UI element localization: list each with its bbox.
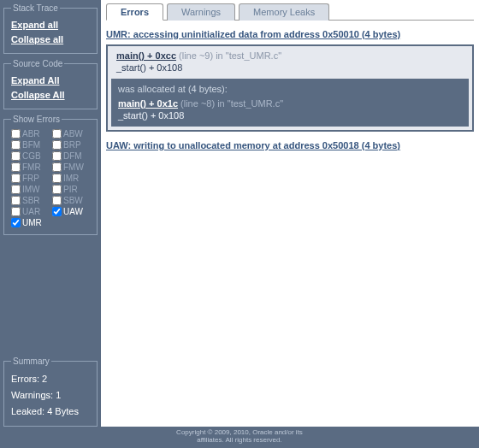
- expand-all-source[interactable]: Expand All: [11, 74, 90, 88]
- error-filter-checkbox-abw[interactable]: [52, 129, 62, 139]
- show-errors-panel: Show Errors ABRABWBFMBRPCGBDFMFMRFMWFRPI…: [3, 115, 98, 235]
- expand-all-stack[interactable]: Expand all: [11, 18, 90, 32]
- error-filter-label: IMR: [63, 174, 79, 183]
- footer: Copyright © 2009, 2010, Oracle and/or it…: [0, 427, 479, 448]
- error-filter-uar[interactable]: UAR: [11, 207, 49, 216]
- content-area: Errors Warnings Memory Leaks UMR: access…: [101, 0, 479, 427]
- summary-warnings: Warnings: 1: [11, 387, 90, 404]
- alloc-line: main() + 0x1c (line ~8) in "test_UMR.c": [116, 97, 464, 109]
- allocation-title: was allocated at (4 bytes):: [116, 82, 464, 97]
- error-filter-label: PIR: [63, 185, 78, 194]
- tab-bar: Errors Warnings Memory Leaks: [106, 0, 474, 21]
- error-filter-checkbox-imw[interactable]: [11, 185, 21, 194]
- source-code-legend: Source Code: [11, 59, 64, 68]
- error-filter-label: CGB: [22, 151, 41, 161]
- error-filter-checkbox-imr[interactable]: [52, 174, 62, 183]
- error-filter-checkbox-fmr[interactable]: [11, 162, 21, 172]
- collapse-all-source[interactable]: Collapse All: [11, 88, 90, 103]
- error-filter-label: FMW: [63, 162, 84, 172]
- error-filter-checkbox-uar[interactable]: [11, 207, 21, 216]
- trace-frame-link[interactable]: main() + 0xcc: [116, 50, 176, 61]
- error-filter-fmr[interactable]: FMR: [11, 162, 49, 172]
- error-filter-imw[interactable]: IMW: [11, 185, 49, 194]
- error-filter-label: ABR: [22, 129, 40, 139]
- error-filter-label: ABW: [63, 129, 83, 139]
- error-entry-umr: UMR: accessing uninitialized data from a…: [106, 29, 474, 132]
- alloc-line: _start() + 0x108: [116, 109, 464, 121]
- error-filter-checkbox-frp[interactable]: [11, 174, 21, 183]
- summary-errors: Errors: 2: [11, 371, 90, 387]
- sidebar: Stack Trace Expand all Collapse all Sour…: [0, 0, 101, 427]
- error-filter-frp[interactable]: FRP: [11, 174, 49, 183]
- trace-box-umr: main() + 0xcc (line ~9) in "test_UMR.c" …: [106, 44, 474, 132]
- error-filter-checkbox-pir[interactable]: [52, 185, 62, 194]
- error-filter-pir[interactable]: PIR: [52, 185, 90, 194]
- error-filter-label: FMR: [22, 162, 41, 172]
- trace-frame-source: (line ~9) in "test_UMR.c": [176, 50, 281, 61]
- error-filter-checkbox-brp[interactable]: [52, 140, 62, 150]
- error-filter-label: DFM: [63, 151, 82, 161]
- error-filter-checkbox-sbw[interactable]: [52, 196, 62, 205]
- error-filter-checkbox-abr[interactable]: [11, 129, 21, 139]
- trace-line: _start() + 0x108: [111, 62, 469, 74]
- trace-frame-text: _start() + 0x108: [116, 62, 182, 73]
- alloc-frame-link[interactable]: main() + 0x1c: [118, 98, 178, 109]
- error-filter-checkbox-dfm[interactable]: [52, 151, 62, 161]
- summary-leaked: Leaked: 4 Bytes: [11, 404, 90, 420]
- stack-trace-legend: Stack Trace: [11, 3, 60, 13]
- error-filter-checkbox-umr[interactable]: [11, 218, 21, 227]
- error-filter-fmw[interactable]: FMW: [52, 162, 90, 172]
- error-filter-label: UMR: [22, 218, 42, 227]
- error-filter-imr[interactable]: IMR: [52, 174, 90, 183]
- error-header-link-umr[interactable]: UMR: accessing uninitialized data from a…: [106, 29, 400, 39]
- error-filter-label: IMW: [22, 185, 40, 194]
- error-filter-brp[interactable]: BRP: [52, 140, 90, 150]
- summary-panel: Summary Errors: 2 Warnings: 1 Leaked: 4 …: [3, 357, 98, 427]
- error-filter-checkbox-uaw[interactable]: [52, 207, 62, 216]
- error-filter-label: SBR: [22, 196, 40, 205]
- alloc-frame-text: _start() + 0x108: [118, 110, 184, 121]
- collapse-all-stack[interactable]: Collapse all: [11, 32, 90, 47]
- error-filter-uaw[interactable]: UAW: [52, 207, 90, 216]
- alloc-frame-source: (line ~8) in "test_UMR.c": [178, 98, 283, 109]
- footer-line2: affiliates. All rights reserved.: [3, 437, 476, 445]
- error-filter-label: UAR: [22, 207, 40, 216]
- error-filter-abr[interactable]: ABR: [11, 129, 49, 139]
- error-filter-dfm[interactable]: DFM: [52, 151, 90, 161]
- error-filter-grid: ABRABWBFMBRPCGBDFMFMRFMWFRPIMRIMWPIRSBRS…: [11, 129, 90, 227]
- error-filter-umr[interactable]: UMR: [11, 218, 49, 227]
- error-filter-checkbox-cgb[interactable]: [11, 151, 21, 161]
- source-code-panel: Source Code Expand All Collapse All: [3, 59, 98, 109]
- summary-legend: Summary: [11, 357, 51, 366]
- error-filter-label: SBW: [63, 196, 83, 205]
- error-filter-sbr[interactable]: SBR: [11, 196, 49, 205]
- error-filter-checkbox-bfm[interactable]: [11, 140, 21, 150]
- error-filter-bfm[interactable]: BFM: [11, 140, 49, 150]
- error-filter-abw[interactable]: ABW: [52, 129, 90, 139]
- error-filter-label: BRP: [63, 140, 81, 150]
- tab-memory-leaks[interactable]: Memory Leaks: [239, 3, 329, 21]
- allocation-box: was allocated at (4 bytes): main() + 0x1…: [111, 79, 469, 127]
- error-filter-label: UAW: [63, 207, 83, 216]
- trace-line: main() + 0xcc (line ~9) in "test_UMR.c": [111, 50, 469, 62]
- tab-warnings[interactable]: Warnings: [167, 3, 235, 21]
- error-filter-sbw[interactable]: SBW: [52, 196, 90, 205]
- error-filter-label: BFM: [22, 140, 40, 150]
- error-filter-checkbox-fmw[interactable]: [52, 162, 62, 172]
- error-header-link-uaw[interactable]: UAW: writing to unallocated memory at ad…: [106, 140, 400, 150]
- tab-errors[interactable]: Errors: [106, 3, 163, 21]
- error-filter-cgb[interactable]: CGB: [11, 151, 49, 161]
- error-filter-label: FRP: [22, 174, 39, 183]
- show-errors-legend: Show Errors: [11, 115, 62, 124]
- error-filter-checkbox-sbr[interactable]: [11, 196, 21, 205]
- error-entry-uaw: UAW: writing to unallocated memory at ad…: [106, 140, 474, 150]
- stack-trace-panel: Stack Trace Expand all Collapse all: [3, 3, 98, 54]
